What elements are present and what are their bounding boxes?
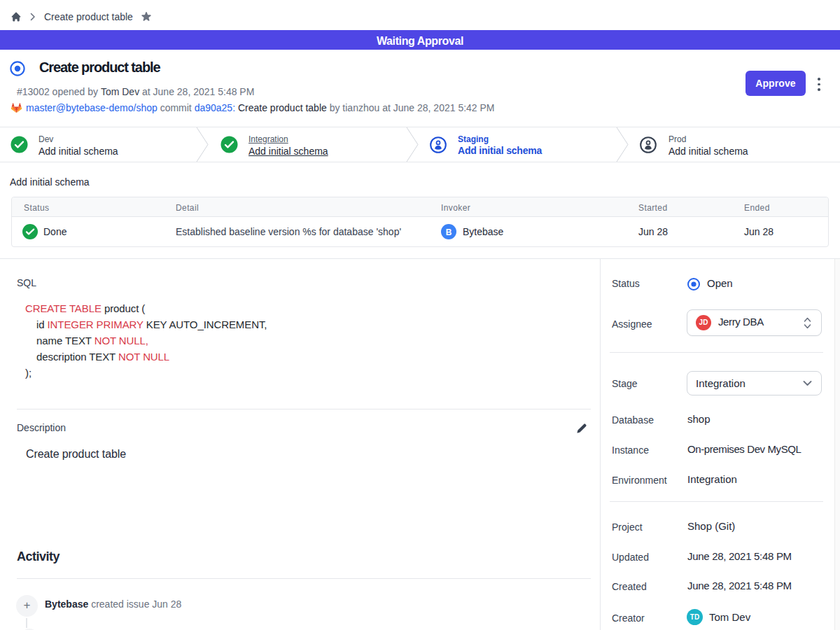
svg-text:B: B [446, 227, 452, 237]
